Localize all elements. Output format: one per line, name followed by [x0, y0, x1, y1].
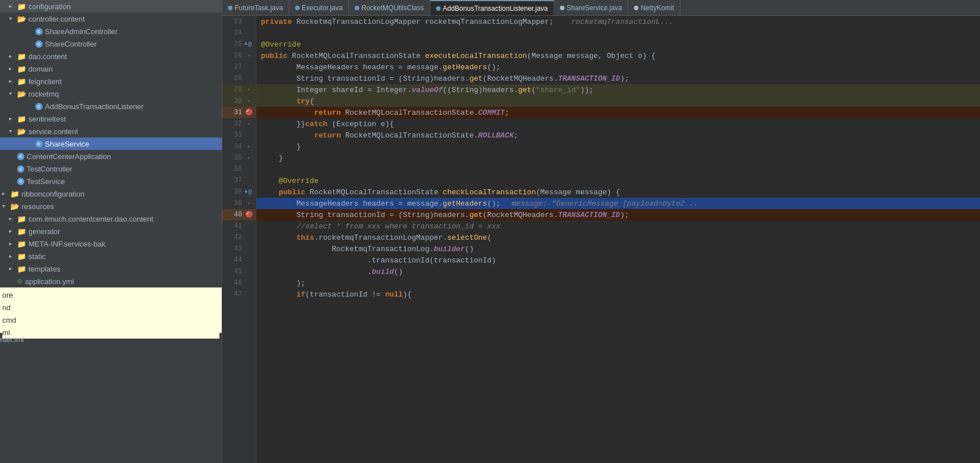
breakpoint-marker: [246, 109, 252, 115]
tab-label: Executor.java: [302, 4, 343, 12]
sidebar-item-application-yml[interactable]: ⚙ application.yml: [0, 275, 222, 287]
sidebar-item-ribbonconfiguration[interactable]: 📁 ribbonconfiguration: [0, 187, 222, 200]
sidebar-item-sentineltest[interactable]: 📁 sentineltest: [0, 112, 222, 125]
class-icon: c: [35, 140, 43, 148]
arrow-spacer: [27, 103, 34, 110]
code-line-27: MessageHeaders headers = message.getHead…: [256, 61, 980, 73]
const-name: COMMIT: [478, 109, 505, 117]
string-val: "share_id": [536, 86, 580, 94]
gutter-row-29: 29: [222, 84, 256, 95]
code-line-26: public RocketMQLocalTransactionState exe…: [256, 50, 980, 61]
sidebar-item-label: cmd: [2, 316, 16, 324]
arrow-icon: [2, 203, 9, 210]
gutter-row-39: 39: [222, 198, 256, 209]
tab-NettyKomit[interactable]: NettyKomit: [628, 0, 680, 16]
sidebar-item-configuration[interactable]: 📁 configuration: [0, 0, 222, 12]
code-comment: rocketmqTransactionL...: [554, 18, 674, 26]
code-text: );: [620, 74, 629, 83]
folder-icon: 📁: [17, 252, 26, 261]
keyword: return: [314, 109, 341, 117]
sidebar-bottom-nter-iml[interactable]: nter.iml: [0, 333, 222, 345]
sidebar-item-domain[interactable]: 📁 domain: [0, 62, 222, 75]
sidebar-item-label: nter.iml: [0, 335, 24, 344]
code-line-47: if(transactionId != null){: [256, 289, 980, 300]
tab-bar: FutureTask.java Executor.java RocketMQUt…: [222, 0, 980, 16]
code-line-42: this.rocketmqTransactionLogMapper.select…: [256, 232, 980, 243]
breakpoint-icon-40[interactable]: [244, 211, 254, 219]
fold-icon[interactable]: [244, 52, 254, 59]
sidebar-item-resources[interactable]: 📂 resources: [0, 200, 222, 212]
line-number: 38: [222, 188, 244, 196]
tab-Executor[interactable]: Executor.java: [289, 0, 349, 16]
const-name: TRANSACTION_ID: [558, 211, 620, 219]
sidebar-item-TestController[interactable]: c TestController: [0, 162, 222, 175]
code-line-46: );: [256, 277, 980, 289]
code-editor: 23 24 25 ▲ @ 26 27: [222, 16, 980, 463]
folder-icon: 📁: [17, 2, 26, 11]
sidebar-item-service-content[interactable]: 📂 service.content: [0, 125, 222, 137]
up-arrow-icon: ▲: [244, 41, 247, 48]
tab-FutureTask[interactable]: FutureTask.java: [222, 0, 289, 16]
tab-AddBonusTransactionListener[interactable]: AddBonusTransactionListener.java: [430, 0, 554, 16]
folder-icon: 📂: [17, 15, 26, 23]
arrow-icon: [9, 15, 16, 22]
fold-icon[interactable]: [244, 143, 254, 150]
code-text: rocketmqTransactionLogMapper;: [425, 18, 554, 26]
method-name: getHeaders: [443, 199, 487, 208]
sidebar-item-generator[interactable]: 📁 generator: [0, 225, 222, 237]
sidebar-item-ContentCenterApplication[interactable]: c ContentCenterApplication: [0, 150, 222, 162]
sidebar-item-templates[interactable]: 📁 templates: [0, 262, 222, 275]
code-lines: private RocketmqTransactionLogMapper roc…: [256, 16, 980, 300]
sidebar-item-AddBonusTransactionListener[interactable]: c AddBonusTransactionListener: [0, 100, 222, 112]
sidebar-bottom-nd[interactable]: nd: [2, 301, 219, 314]
folder-icon: 📁: [17, 52, 26, 61]
sidebar-item-dao-content[interactable]: 📁 dao.content: [0, 50, 222, 62]
fold-icon[interactable]: [244, 86, 254, 93]
class-icon: c: [17, 165, 24, 173]
sidebar-item-ShareAdminController[interactable]: c ShareAdminController: [0, 25, 222, 37]
code-text: MessageHeaders headers = message.: [261, 63, 443, 72]
gutter-row-37: 37: [222, 175, 256, 186]
sidebar-item-label: feignclient: [28, 77, 62, 86]
sidebar-item-com-itmuch[interactable]: 📁 com.itmuch.contentcenter.dao.content: [0, 212, 222, 225]
sidebar-item-ShareService[interactable]: c ShareService: [0, 137, 222, 150]
folder-icon: 📁: [17, 265, 26, 273]
sidebar-item-label: ShareService: [45, 140, 89, 148]
fold-icon[interactable]: [244, 98, 254, 105]
code-text: }}: [261, 120, 305, 128]
sidebar-item-META-INF[interactable]: 📁 META-INF.services-bak: [0, 237, 222, 250]
fold-icon[interactable]: [244, 155, 254, 161]
code-text: (Message message) {: [536, 188, 620, 197]
code-line-45: .build(): [256, 266, 980, 277]
code-line-29: Integer shareId = Integer.valueOf((Strin…: [256, 84, 980, 95]
code-line-38: public RocketMQLocalTransactionState che…: [256, 186, 980, 198]
gutter-row-33: 33: [222, 130, 256, 141]
breakpoint-icon[interactable]: [244, 109, 254, 117]
gutter-row-24: 24: [222, 27, 256, 39]
const-name: ROLLBACK: [478, 131, 513, 140]
sidebar-item-controller-content[interactable]: 📂 controller.content: [0, 12, 222, 25]
line-number: 29: [222, 86, 244, 94]
at-icon: @: [248, 41, 252, 48]
arrow-spacer: [9, 278, 16, 285]
sidebar-bottom-cmd[interactable]: cmd: [2, 314, 219, 326]
sidebar-item-label: application.yml: [25, 277, 74, 286]
tab-RocketMQUtils[interactable]: RocketMQUtilsClass: [349, 0, 430, 16]
gutter-row-28: 28: [222, 73, 256, 84]
sidebar-item-rocketmq[interactable]: 📂 rocketmq: [0, 87, 222, 100]
code-text: (transactionId !=: [305, 290, 385, 299]
sidebar-bottom-ore[interactable]: ore: [2, 289, 219, 301]
method-name: checkLocalTransaction: [443, 188, 536, 197]
fold-icon[interactable]: [244, 120, 254, 127]
gutter-row-47: 47: [222, 289, 256, 300]
code-content[interactable]: private RocketmqTransactionLogMapper roc…: [256, 16, 980, 463]
sidebar-item-feignclient[interactable]: 📁 feignclient: [0, 75, 222, 87]
tab-ShareService[interactable]: ShareService.java: [554, 0, 628, 16]
code-text: ;: [505, 109, 509, 117]
sidebar-item-TestService[interactable]: c TestService: [0, 175, 222, 187]
sidebar-item-ShareController[interactable]: c ShareController: [0, 37, 222, 50]
sidebar-item-static[interactable]: 📁 static: [0, 250, 222, 262]
class-icon: c: [35, 103, 43, 110]
tab-dot-icon: [436, 6, 441, 11]
fold-icon[interactable]: [244, 200, 254, 207]
